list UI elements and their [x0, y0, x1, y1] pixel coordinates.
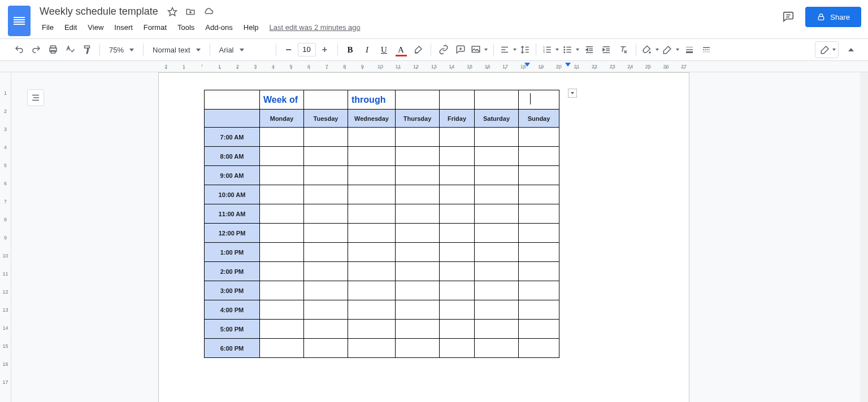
- move-icon[interactable]: [184, 6, 197, 18]
- time-label[interactable]: 8:00 AM: [205, 147, 260, 166]
- schedule-cell[interactable]: [304, 166, 348, 185]
- schedule-cell[interactable]: [348, 204, 396, 224]
- table-options-button[interactable]: [568, 89, 577, 98]
- vertical-ruler[interactable]: 1234567891011121314151617: [0, 72, 11, 402]
- schedule-cell[interactable]: [304, 204, 348, 224]
- schedule-cell[interactable]: [475, 185, 519, 204]
- increase-font-size-button[interactable]: +: [317, 42, 333, 58]
- cloud-status-icon[interactable]: [202, 6, 215, 18]
- schedule-cell[interactable]: [440, 320, 475, 339]
- bold-button[interactable]: B: [342, 42, 358, 58]
- schedule-cell[interactable]: [440, 262, 475, 281]
- schedule-cell[interactable]: [440, 281, 475, 300]
- schedule-cell[interactable]: [260, 204, 304, 224]
- schedule-cell[interactable]: [475, 224, 519, 243]
- day-header[interactable]: Tuesday: [304, 110, 348, 128]
- schedule-cell[interactable]: [304, 300, 348, 320]
- schedule-cell[interactable]: [519, 166, 559, 185]
- font-select[interactable]: Arial: [215, 42, 271, 58]
- schedule-cell[interactable]: [519, 300, 559, 320]
- schedule-cell[interactable]: [396, 147, 440, 166]
- document-title[interactable]: Weekly schedule template: [37, 5, 160, 19]
- menu-insert[interactable]: Insert: [110, 21, 137, 34]
- border-width-button[interactable]: [682, 42, 697, 58]
- cell-fill-button[interactable]: [641, 42, 660, 58]
- schedule-cell[interactable]: [396, 185, 440, 204]
- schedule-cell[interactable]: [475, 243, 519, 262]
- schedule-cell[interactable]: [260, 262, 304, 281]
- schedule-cell[interactable]: [519, 281, 559, 300]
- clear-formatting-button[interactable]: [615, 42, 631, 58]
- schedule-cell[interactable]: [475, 147, 519, 166]
- schedule-cell[interactable]: [396, 262, 440, 281]
- schedule-cell[interactable]: [260, 281, 304, 300]
- schedule-cell[interactable]: [475, 320, 519, 339]
- schedule-cell[interactable]: [475, 262, 519, 281]
- schedule-cell[interactable]: [304, 262, 348, 281]
- day-header[interactable]: Saturday: [475, 110, 519, 128]
- share-button[interactable]: Share: [805, 7, 861, 27]
- schedule-cell[interactable]: [519, 262, 559, 281]
- schedule-cell[interactable]: [519, 320, 559, 339]
- schedule-cell[interactable]: [348, 281, 396, 300]
- time-label[interactable]: 6:00 PM: [205, 339, 260, 358]
- schedule-cell[interactable]: [440, 147, 475, 166]
- show-outline-button[interactable]: [27, 89, 44, 106]
- border-dash-button[interactable]: [698, 42, 714, 58]
- time-label[interactable]: 11:00 AM: [205, 204, 260, 224]
- schedule-cell[interactable]: [475, 339, 519, 358]
- schedule-cell[interactable]: [519, 204, 559, 224]
- schedule-cell[interactable]: [348, 262, 396, 281]
- schedule-cell[interactable]: [396, 204, 440, 224]
- text-color-button[interactable]: A: [393, 42, 409, 58]
- time-label[interactable]: 2:00 PM: [205, 262, 260, 281]
- schedule-cell[interactable]: [440, 204, 475, 224]
- schedule-cell[interactable]: [440, 166, 475, 185]
- schedule-cell[interactable]: [260, 128, 304, 147]
- schedule-cell[interactable]: [348, 243, 396, 262]
- schedule-cell[interactable]: [440, 185, 475, 204]
- increase-indent-button[interactable]: [598, 42, 614, 58]
- schedule-cell[interactable]: [260, 320, 304, 339]
- document-page[interactable]: Week of through Monday Tuesday Wednesday…: [158, 72, 689, 402]
- schedule-cell[interactable]: [304, 339, 348, 358]
- schedule-cell[interactable]: [260, 300, 304, 320]
- schedule-cell[interactable]: [260, 166, 304, 185]
- schedule-cell[interactable]: [519, 147, 559, 166]
- horizontal-ruler[interactable]: 2112345678910111213141516171819202122232…: [0, 61, 868, 72]
- schedule-cell[interactable]: [304, 224, 348, 243]
- menu-addons[interactable]: Add-ons: [201, 21, 237, 34]
- schedule-cell[interactable]: [440, 300, 475, 320]
- schedule-cell[interactable]: [260, 339, 304, 358]
- spellcheck-button[interactable]: [62, 42, 78, 58]
- open-comments-button[interactable]: [779, 8, 797, 26]
- line-spacing-button[interactable]: [519, 42, 531, 58]
- decrease-indent-button[interactable]: [581, 42, 597, 58]
- collapse-toolbar-button[interactable]: [841, 42, 857, 58]
- schedule-cell[interactable]: [348, 166, 396, 185]
- redo-button[interactable]: [28, 42, 44, 58]
- schedule-cell[interactable]: [440, 224, 475, 243]
- schedule-cell[interactable]: [304, 147, 348, 166]
- border-color-button[interactable]: [661, 42, 680, 58]
- numbered-list-button[interactable]: 123: [541, 42, 560, 58]
- day-header[interactable]: Wednesday: [348, 110, 396, 128]
- highlight-color-button[interactable]: [410, 42, 426, 58]
- schedule-cell[interactable]: [348, 147, 396, 166]
- menu-edit[interactable]: Edit: [60, 21, 81, 34]
- align-button[interactable]: [498, 42, 518, 58]
- schedule-cell[interactable]: [396, 128, 440, 147]
- schedule-cell[interactable]: [396, 339, 440, 358]
- schedule-cell[interactable]: [260, 243, 304, 262]
- time-label[interactable]: 5:00 PM: [205, 320, 260, 339]
- schedule-cell[interactable]: [260, 185, 304, 204]
- schedule-cell[interactable]: [475, 166, 519, 185]
- vertical-scrollbar[interactable]: [860, 72, 868, 402]
- schedule-cell[interactable]: [396, 281, 440, 300]
- menu-view[interactable]: View: [83, 21, 108, 34]
- schedule-cell[interactable]: [475, 204, 519, 224]
- add-comment-button[interactable]: [453, 42, 468, 58]
- menu-help[interactable]: Help: [239, 21, 263, 34]
- time-label[interactable]: 4:00 PM: [205, 300, 260, 320]
- day-header[interactable]: Monday: [260, 110, 304, 128]
